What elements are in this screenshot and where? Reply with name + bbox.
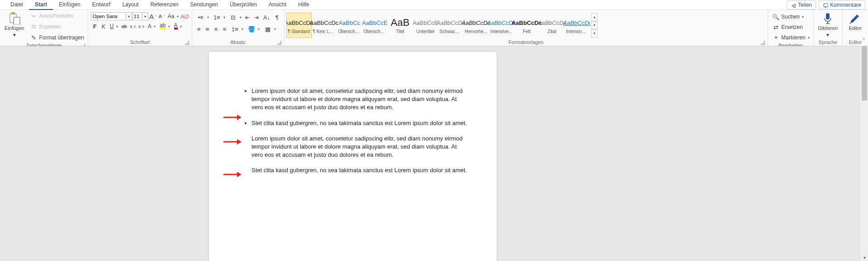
- text-effects-button[interactable]: A▾: [146, 22, 158, 30]
- shading-button[interactable]: 🪣▾: [246, 24, 261, 34]
- collapse-ribbon-button[interactable]: ˄: [863, 38, 865, 44]
- comments-button[interactable]: Kommentare: [819, 0, 865, 10]
- style-item-4[interactable]: AaBTitel: [388, 13, 413, 38]
- find-button[interactable]: 🔍 Suchen ▾: [770, 12, 811, 22]
- indent-button[interactable]: ⇥: [252, 13, 261, 21]
- superscript-button[interactable]: x2: [138, 22, 146, 30]
- tab-einfügen[interactable]: Einfügen: [53, 0, 86, 10]
- grow-font-button[interactable]: Aˆ: [149, 12, 157, 20]
- svg-marker-8: [237, 139, 242, 145]
- bold-button[interactable]: F: [91, 22, 99, 30]
- style-item-6[interactable]: AaBbCcDcSchwache...: [438, 13, 464, 38]
- tab-datei[interactable]: Datei: [5, 0, 29, 10]
- numbering-button[interactable]: 1≡▾: [211, 12, 227, 22]
- style-item-9[interactable]: AaBbCcDcFett: [514, 13, 540, 38]
- ribbon-tab-bar: DateiStartEinfügenEntwurfLayoutReferenze…: [0, 0, 868, 10]
- change-case-button[interactable]: Aa▾: [166, 12, 180, 20]
- multilevel-list-icon: ⊟: [229, 13, 237, 21]
- styles-down-button[interactable]: ▾: [591, 21, 598, 29]
- style-preview: AaBbCcDc: [310, 16, 339, 29]
- sort-button[interactable]: A↓: [261, 12, 273, 22]
- replace-button[interactable]: ⇄ Ersetzen: [770, 22, 811, 32]
- cut-button[interactable]: ✂ Ausschneiden: [28, 11, 85, 21]
- ribbon: Einfügen ▾ ✂ Ausschneiden ⧉ Kopieren ✎ F…: [0, 10, 868, 46]
- paste-icon: [8, 12, 21, 24]
- subscript-button[interactable]: x2: [129, 22, 137, 30]
- style-item-5[interactable]: AaBbCcEUntertitel: [413, 13, 438, 38]
- document-page[interactable]: Lorem ipsum dolor sit amet, consetetur s…: [209, 52, 497, 261]
- bullet-list: Lorem ipsum dolor sit amet, consetetur s…: [236, 87, 470, 127]
- scroll-thumb[interactable]: [862, 46, 867, 101]
- dialog-launcher-font[interactable]: [185, 40, 189, 45]
- select-button[interactable]: ⌖ Markieren ▾: [770, 33, 811, 43]
- list-item[interactable]: Stet clita kasd gubergren, no sea takima…: [251, 119, 470, 127]
- font-size-dropdown[interactable]: ▾: [143, 12, 148, 20]
- align-left-button[interactable]: ≡: [195, 25, 203, 33]
- share-button[interactable]: Teilen: [787, 0, 816, 10]
- font-color-button[interactable]: A▾: [172, 22, 184, 30]
- font-name-input[interactable]: [91, 12, 126, 20]
- italic-button[interactable]: K: [100, 22, 108, 30]
- list-item[interactable]: Lorem ipsum dolor sit amet, consetetur s…: [251, 87, 470, 112]
- line-spacing-button[interactable]: ‡≡▾: [229, 24, 245, 34]
- styles-gallery[interactable]: AaBbCcDc¶ StandardAaBbCcDc¶ Kein Lee...A…: [286, 13, 590, 38]
- style-item-8[interactable]: AaBbCcDcIntensive...: [489, 13, 514, 38]
- align-center-button[interactable]: ≡: [204, 25, 212, 33]
- dialog-launcher-styles[interactable]: [760, 40, 765, 45]
- style-item-3[interactable]: AaBbCcEÜberschrif...: [362, 13, 388, 38]
- tab-sendungen[interactable]: Sendungen: [185, 0, 224, 10]
- styles-up-button[interactable]: ▴: [591, 13, 598, 21]
- clear-format-button[interactable]: A∅: [181, 12, 189, 20]
- justify-button[interactable]: ≡: [221, 25, 229, 33]
- paragraph[interactable]: Stet clita kasd gubergren, no sea takima…: [236, 166, 470, 174]
- tab-ansicht[interactable]: Ansicht: [263, 0, 292, 10]
- style-preview: AaBbCcDc: [286, 16, 313, 29]
- style-preview: AaBbCc: [339, 16, 360, 29]
- paste-label: Einfügen: [5, 25, 24, 31]
- underline-button[interactable]: U▾: [108, 22, 120, 30]
- dialog-launcher-paragraph[interactable]: [277, 40, 281, 45]
- dictate-button[interactable]: Diktieren ▾: [816, 11, 840, 39]
- borders-button[interactable]: ▦▾: [262, 24, 278, 34]
- style-item-2[interactable]: AaBbCcÜberschrif...: [337, 13, 362, 38]
- editor-button[interactable]: Editor: [846, 11, 865, 32]
- shrink-font-button[interactable]: Aˇ: [157, 12, 166, 20]
- outdent-button[interactable]: ⇤: [244, 13, 252, 21]
- paragraph[interactable]: Lorem ipsum dolor sit amet, consetetur s…: [236, 135, 470, 160]
- tab-start[interactable]: Start: [29, 0, 53, 10]
- align-right-button[interactable]: ≡: [212, 25, 220, 33]
- font-name-dropdown[interactable]: ▾: [127, 12, 132, 20]
- style-item-11[interactable]: AaBbCcDcIntensives...: [565, 13, 590, 38]
- group-clipboard: Einfügen ▾ ✂ Ausschneiden ⧉ Kopieren ✎ F…: [0, 10, 88, 46]
- vertical-scrollbar[interactable]: ▴ ▾: [861, 46, 868, 261]
- highlight-button[interactable]: ab▾: [158, 22, 171, 30]
- font-size-input[interactable]: [133, 12, 142, 20]
- tab-referenzen[interactable]: Referenzen: [144, 0, 184, 10]
- strike-button[interactable]: ab: [120, 22, 128, 30]
- style-item-1[interactable]: AaBbCcDc¶ Kein Lee...: [312, 13, 337, 38]
- multilevel-button[interactable]: ⊟▾: [228, 12, 243, 22]
- bullets-button[interactable]: •≡▾: [195, 12, 211, 22]
- style-item-0[interactable]: AaBbCcDc¶ Standard: [286, 13, 312, 38]
- styles-more-button[interactable]: ▾: [591, 29, 598, 38]
- show-marks-button[interactable]: ¶: [273, 13, 281, 21]
- tab-layout[interactable]: Layout: [116, 0, 144, 10]
- style-item-7[interactable]: AaBbCcDcHervorhe...: [464, 13, 489, 38]
- group-label-styles: Formatvorlagen: [286, 39, 766, 46]
- group-editing: 🔍 Suchen ▾ ⇄ Ersetzen ⌖ Markieren ▾ Bear…: [768, 10, 813, 46]
- format-painter-button[interactable]: ✎ Format übertragen: [28, 33, 85, 43]
- comments-label: Kommentare: [830, 2, 861, 8]
- tab-entwurf[interactable]: Entwurf: [86, 0, 117, 10]
- group-styles: AaBbCcDc¶ StandardAaBbCcDc¶ Kein Lee...A…: [285, 10, 768, 46]
- style-item-10[interactable]: AaBbCcDcZitat: [540, 13, 565, 38]
- scroll-down-button[interactable]: ▾: [861, 254, 868, 261]
- style-name: Intensive...: [490, 29, 512, 34]
- copy-button[interactable]: ⧉ Kopieren: [28, 22, 85, 32]
- cut-label: Ausschneiden: [39, 13, 73, 19]
- tab-überprüfen[interactable]: Überprüfen: [224, 0, 263, 10]
- tab-hilfe[interactable]: Hilfe: [292, 0, 315, 10]
- paste-button[interactable]: Einfügen ▾: [2, 11, 27, 39]
- cursor-icon: ⌖: [772, 34, 780, 42]
- style-name: Überschrif...: [364, 29, 386, 34]
- style-preview: AaBbCcDc: [563, 16, 590, 29]
